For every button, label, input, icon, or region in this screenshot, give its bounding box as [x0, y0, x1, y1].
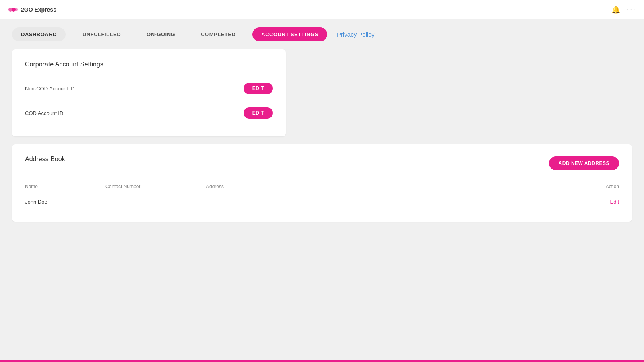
- main-content: Corporate Account Settings Non-COD Accou…: [0, 49, 644, 238]
- main-nav: DASHBOARD UNFULFILLED ON-GOING COMPLETED…: [0, 19, 644, 49]
- col-action: Action: [571, 184, 619, 189]
- nav-item-completed[interactable]: COMPLETED: [192, 27, 244, 41]
- brand-name: 2GO Express: [21, 6, 56, 13]
- non-cod-row: Non-COD Account ID EDIT: [25, 76, 273, 101]
- row-action: Edit: [571, 199, 619, 205]
- topbar-right: 🔔 ···: [611, 5, 636, 14]
- row-edit-link[interactable]: Edit: [610, 199, 619, 205]
- address-book-card: Address Book ADD NEW ADDRESS Name Contac…: [12, 144, 632, 222]
- nav-item-on-going[interactable]: ON-GOING: [138, 27, 184, 41]
- col-address: Address: [206, 184, 571, 189]
- logo-icon: [8, 6, 18, 13]
- cod-row: COD Account ID EDIT: [25, 101, 273, 125]
- topbar-left: 2GO Express: [8, 6, 56, 13]
- add-new-address-button[interactable]: ADD NEW ADDRESS: [549, 156, 619, 170]
- address-table-header: Name Contact Number Address Action: [25, 181, 619, 193]
- address-book-header: Address Book ADD NEW ADDRESS: [25, 156, 619, 171]
- nav-item-dashboard[interactable]: DASHBOARD: [12, 27, 66, 41]
- bottom-accent-bar: [0, 360, 644, 362]
- corporate-account-title: Corporate Account Settings: [25, 61, 273, 68]
- row-name: John Doe: [25, 199, 105, 205]
- table-row: John Doe Edit: [25, 193, 619, 210]
- address-book-title: Address Book: [25, 156, 65, 163]
- cod-edit-button[interactable]: EDIT: [244, 107, 273, 119]
- cod-label: COD Account ID: [25, 110, 63, 116]
- col-name: Name: [25, 184, 105, 189]
- non-cod-label: Non-COD Account ID: [25, 86, 75, 92]
- privacy-policy-link[interactable]: Privacy Policy: [337, 31, 374, 38]
- svg-point-2: [14, 8, 18, 11]
- more-options-icon[interactable]: ···: [627, 5, 636, 14]
- topbar: 2GO Express 🔔 ···: [0, 0, 644, 19]
- notification-icon[interactable]: 🔔: [611, 5, 620, 14]
- corporate-account-card: Corporate Account Settings Non-COD Accou…: [12, 49, 286, 136]
- col-contact: Contact Number: [105, 184, 206, 189]
- nav-item-account-settings[interactable]: ACCOUNT SETTINGS: [252, 27, 327, 41]
- non-cod-edit-button[interactable]: EDIT: [244, 83, 273, 94]
- nav-item-unfulfilled[interactable]: UNFULFILLED: [74, 27, 130, 41]
